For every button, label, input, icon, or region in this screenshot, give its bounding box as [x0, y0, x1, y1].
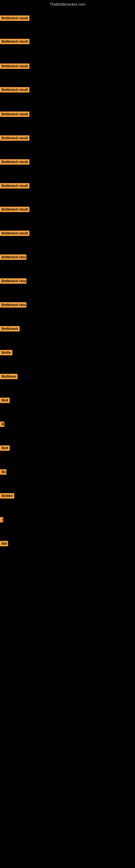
bottleneck-badge-container: Bottleneck resu: [0, 302, 27, 309]
bottleneck-badge-container: Bottleneck result: [0, 135, 30, 142]
bottleneck-badge-container: Bottleneck resu: [0, 254, 27, 261]
bottleneck-result-badge[interactable]: B: [0, 422, 4, 427]
bottleneck-result-badge[interactable]: Bottleneck result: [0, 63, 30, 69]
bottleneck-result-badge[interactable]: Bottleneck result: [0, 207, 30, 212]
bottleneck-result-badge[interactable]: |: [0, 517, 3, 522]
bottleneck-result-badge[interactable]: Bottleneck result: [0, 159, 30, 165]
bottleneck-result-badge[interactable]: Bottlenec: [0, 374, 17, 379]
bottleneck-badge-container: Bo: [0, 469, 6, 476]
bottleneck-result-badge[interactable]: Bottle: [0, 350, 12, 355]
bottleneck-result-badge[interactable]: Bot: [0, 541, 8, 546]
bottleneck-badge-container: Bottleneck result: [0, 16, 30, 22]
bottleneck-badge-container: Bottleneck result: [0, 87, 30, 94]
bottleneck-badge-container: Bottleneck result: [0, 183, 30, 190]
bottleneck-badge-container: Bottleneck result: [0, 230, 30, 237]
bottleneck-result-badge[interactable]: Bottleneck resu: [0, 254, 27, 260]
bottleneck-badge-container: Bottleneck result: [0, 207, 30, 213]
bottleneck-badge-container: |: [0, 517, 3, 524]
bottleneck-badge-container: Bottle: [0, 350, 12, 356]
bottleneck-result-badge[interactable]: Bottleneck result: [0, 230, 30, 236]
bottleneck-badge-container: Bottleneck: [0, 326, 20, 333]
bottleneck-result-badge[interactable]: Bott: [0, 398, 10, 403]
bottleneck-badge-container: Bott: [0, 445, 10, 452]
bottleneck-badge-container: Bot: [0, 541, 8, 547]
bottleneck-result-badge[interactable]: Bottleneck result: [0, 16, 30, 21]
bottleneck-result-badge[interactable]: Bottleneck result: [0, 87, 30, 93]
bottleneck-badge-container: Bottleneck result: [0, 112, 30, 118]
bottleneck-result-badge[interactable]: Bottleneck result: [0, 39, 30, 44]
bottleneck-result-badge[interactable]: Bottleneck resu: [0, 302, 27, 308]
bottleneck-result-badge[interactable]: Bottleneck result: [0, 112, 30, 117]
bottleneck-badge-container: Bottlenec: [0, 374, 17, 380]
bottleneck-badge-container: Bottleneck result: [0, 159, 30, 166]
bottleneck-result-badge[interactable]: Bo: [0, 469, 6, 475]
bottleneck-result-badge[interactable]: Bottlen: [0, 493, 14, 499]
bottleneck-result-badge[interactable]: Bottleneck resu: [0, 278, 27, 284]
site-title: TheBottlenecker.com: [0, 0, 135, 9]
bottleneck-badge-container: Bottleneck result: [0, 63, 30, 70]
bottleneck-result-badge[interactable]: Bottleneck result: [0, 135, 30, 141]
bottleneck-badge-container: Bott: [0, 398, 10, 404]
bottleneck-badge-container: B: [0, 422, 4, 428]
bottleneck-result-badge[interactable]: Bottleneck result: [0, 183, 30, 188]
bottleneck-result-badge[interactable]: Bottleneck: [0, 326, 20, 332]
bottleneck-badge-container: Bottlen: [0, 493, 14, 500]
bottleneck-badge-container: Bottleneck result: [0, 39, 30, 45]
bottleneck-badge-container: Bottleneck resu: [0, 278, 27, 285]
bottleneck-result-badge[interactable]: Bott: [0, 445, 10, 451]
